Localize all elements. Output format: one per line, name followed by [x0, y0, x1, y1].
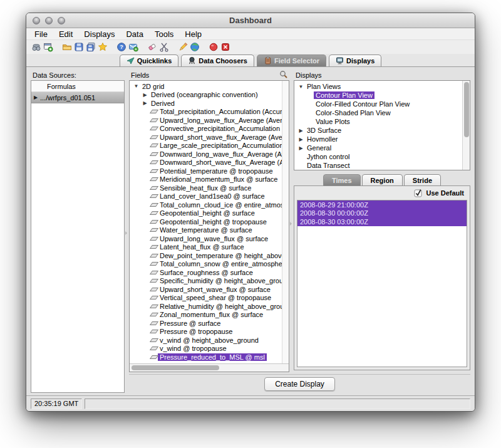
display-type-item[interactable]: 3D Surface	[294, 126, 462, 135]
field-item[interactable]: Pressure @ surface	[130, 319, 289, 328]
field-item[interactable]: v_wind @ tropopause	[130, 345, 289, 353]
field-item[interactable]: Upward_long_wave_flux @ surface	[130, 234, 289, 243]
subset-tab-bar: Times Region Stride	[294, 174, 470, 186]
globe-icon[interactable]	[189, 42, 200, 53]
tab-displays[interactable]: Displays	[329, 55, 381, 66]
splitter-left[interactable]	[125, 70, 129, 393]
tab-quicklinks[interactable]: Quicklinks	[120, 55, 179, 66]
field-item[interactable]: Downward_short_wave_flux_Average (Averag…	[130, 159, 289, 167]
data-source-item[interactable]: Formulas	[31, 81, 124, 92]
zoom-button[interactable]	[58, 17, 65, 24]
field-item[interactable]: Upward_short_wave_flux @ surface	[130, 285, 289, 294]
scrollbar-thumb[interactable]	[464, 82, 469, 137]
field-item[interactable]: Sensible_heat_flux @ surface	[130, 184, 289, 192]
footer-bar: Create Display	[129, 374, 470, 393]
field-item[interactable]: Total_column_cloud_ice @ entire_atmosphe…	[130, 201, 289, 209]
field-item[interactable]: Large_scale_precipitation_Accumulation (…	[130, 142, 289, 150]
field-item[interactable]: v_wind @ height_above_ground	[130, 336, 289, 345]
field-item[interactable]: Upward_long_wave_flux_Average (Average f…	[130, 116, 289, 125]
tab-times[interactable]: Times	[323, 174, 361, 186]
tree-node-icon	[150, 177, 158, 181]
cut-icon[interactable]	[158, 42, 169, 53]
fields-vertical-scrollbar[interactable]	[282, 81, 289, 363]
field-item[interactable]: 2D grid	[130, 82, 289, 91]
field-item[interactable]: Dew_point_temperature @ height_above_gro…	[130, 251, 289, 260]
field-item[interactable]: Geopotential_height @ surface	[130, 209, 289, 218]
support-message-icon[interactable]	[128, 42, 138, 53]
favorites-star-icon[interactable]	[97, 42, 108, 53]
tree-node-icon	[150, 127, 158, 130]
scrollbar-thumb[interactable]	[132, 365, 219, 370]
field-item[interactable]: Pressure_reduced_to_MSL @ msl	[130, 353, 289, 362]
field-item[interactable]: Pressure @ tropopause	[130, 328, 289, 336]
eraser-icon[interactable]	[147, 42, 157, 53]
field-item[interactable]: Vertical_speed_shear @ tropopause	[130, 294, 289, 303]
tree-node-icon	[297, 84, 305, 90]
display-type-item[interactable]: Data Transect	[294, 161, 462, 170]
display-type-item[interactable]: Hovmoller	[294, 135, 462, 143]
new-window-icon[interactable]	[43, 42, 53, 53]
field-item[interactable]: Total_precipitation_Accumulation (Accumu…	[130, 108, 289, 117]
field-item[interactable]: Potential_temperature @ tropopause	[130, 167, 289, 175]
status-bar: 20:35:19 GMT	[26, 395, 475, 411]
field-item[interactable]: Total_column_snow @ entire_atmosphere	[130, 260, 289, 269]
tree-node-icon	[150, 160, 158, 164]
menu-item[interactable]: Data	[120, 29, 148, 39]
field-item[interactable]: Upward_short_wave_flux_Average (Average …	[130, 133, 289, 142]
menu-item[interactable]: File	[29, 29, 53, 39]
tab-stride[interactable]: Stride	[404, 174, 441, 186]
field-item[interactable]: Downward_long_wave_flux_Average (Average…	[130, 150, 289, 159]
stop-icon[interactable]	[220, 42, 230, 53]
display-type-item[interactable]: Value Plots	[294, 117, 462, 126]
record-icon[interactable]	[208, 42, 219, 53]
use-default-checkbox[interactable]	[414, 189, 423, 197]
tab-data-choosers[interactable]: Data Choosers	[181, 55, 254, 66]
use-default-label: Use Default	[426, 189, 464, 197]
close-button[interactable]	[33, 17, 40, 24]
display-type-item[interactable]: Color-Shaded Plan View	[294, 108, 462, 117]
field-item[interactable]: Meridional_momentum_flux @ surface	[130, 175, 289, 184]
menu-item[interactable]: Edit	[53, 29, 78, 39]
menu-item[interactable]: Help	[179, 29, 207, 39]
time-item[interactable]: 2008-08-30 00:00:00Z	[297, 209, 467, 218]
field-item[interactable]: Relative_humidity @ height_above_ground	[130, 302, 289, 311]
fields-horizontal-scrollbar[interactable]	[130, 363, 289, 372]
field-item[interactable]: Derived	[130, 99, 289, 108]
field-item[interactable]: Derived (oceangraphic convention)	[130, 91, 289, 100]
menu-item[interactable]: Tools	[149, 29, 179, 39]
display-type-item[interactable]: Jython control	[294, 152, 462, 161]
field-item[interactable]: Geopotential_height @ tropopause	[130, 217, 289, 226]
field-item[interactable]: Zonal_momentum_flux @ surface	[130, 311, 289, 320]
field-item[interactable]: Land_cover_land1sea0 @ surface	[130, 192, 289, 201]
field-item[interactable]: Convective_precipitation_Accumulation (A…	[130, 125, 289, 133]
field-item[interactable]: Water_temperature @ surface	[130, 226, 289, 235]
time-item[interactable]: 2008-08-29 21:00:00Z	[297, 201, 467, 209]
display-type-item[interactable]: General	[294, 143, 462, 152]
title-bar[interactable]: Dashboard	[26, 13, 475, 28]
time-item[interactable]: 2008-08-30 03:00:00Z	[297, 217, 467, 226]
create-display-button[interactable]: Create Display	[264, 377, 335, 391]
tab-field-selector[interactable]: Field Selector	[257, 55, 326, 66]
display-type-item[interactable]: Color-Filled Contour Plan View	[294, 100, 462, 108]
tree-node-icon	[150, 186, 158, 190]
field-item[interactable]: Specific_humidity @ height_above_ground	[130, 277, 289, 286]
displays-vertical-scrollbar[interactable]	[462, 81, 470, 170]
magnifier-icon[interactable]	[279, 70, 287, 80]
save-as-icon[interactable]	[85, 42, 96, 53]
binoculars-icon[interactable]	[31, 42, 41, 53]
display-type-item[interactable]: Contour Plan View	[294, 91, 462, 100]
pencil-icon[interactable]	[177, 42, 188, 53]
tab-region[interactable]: Region	[362, 174, 403, 186]
tree-node-icon	[150, 355, 158, 359]
open-folder-icon[interactable]	[61, 42, 72, 53]
help-icon[interactable]: ?	[116, 42, 127, 53]
displays-label: Displays	[296, 71, 322, 79]
minimize-button[interactable]	[45, 17, 53, 24]
save-icon[interactable]	[73, 42, 84, 53]
field-item[interactable]: Latent_heat_flux @ surface	[130, 243, 289, 252]
splitter-middle[interactable]	[289, 70, 294, 374]
menu-item[interactable]: Displays	[78, 29, 120, 39]
display-type-item[interactable]: Plan Views	[294, 82, 462, 91]
data-source-item[interactable]: .../wrfprs_d01.051	[31, 92, 124, 103]
field-item[interactable]: Surface_roughness @ surface	[130, 268, 289, 277]
